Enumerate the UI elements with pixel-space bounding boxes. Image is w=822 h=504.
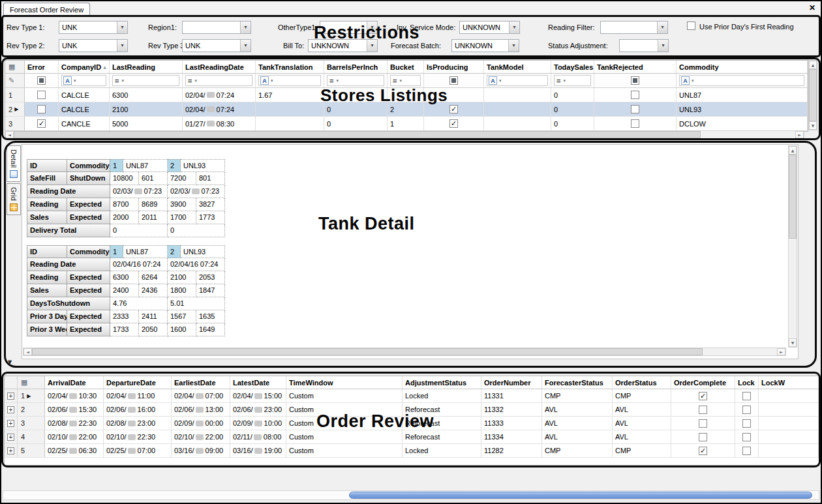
stores-corner-button[interactable]: ▦ [5,61,25,73]
stores-column-header-error[interactable]: Error [25,61,59,73]
stores-cell-barrelsPerInch[interactable]: 0 [324,117,388,130]
stores-cell-tankTranslation[interactable]: 1.67 [256,88,324,102]
use-prior-day-checkbox[interactable] [687,22,695,30]
status-adjustment-combo[interactable]: ▾ [619,39,669,52]
order-column-header-adjustmentStatus[interactable]: AdjustmentStatus [403,376,481,389]
filter-editor[interactable]: =▾ [327,75,384,86]
order-cell-orderStatus[interactable]: CMP [613,389,671,402]
chevron-down-icon[interactable]: ▾ [367,40,377,52]
order-cell-latest[interactable]: 03/16/19:00 [230,444,286,457]
filter-editor[interactable]: A▾ [258,75,321,86]
scroll-up-icon[interactable]: ▲ [789,146,797,155]
stores-filter-error[interactable] [25,74,59,87]
order-column-header-orderStatus[interactable]: OrderStatus [613,376,671,389]
order-cell-orderComplete[interactable]: ✓ [671,389,735,402]
order-row-1[interactable]: +1▶02/04/10:3002/04/11:0002/04/07:0002/0… [5,389,819,403]
stores-filter-tankModel[interactable]: A▾ [484,74,551,87]
order-cell-forecasterStatus[interactable]: AVL [542,417,613,430]
order-cell-departure[interactable]: 02/06/16:00 [104,403,172,416]
order-cell-orderStatus[interactable]: AVL [613,430,671,443]
order-cell-arrival[interactable]: 02/10/22:00 [45,430,104,443]
stores-cell-lastReading[interactable]: 2100 [110,102,183,116]
order-cell-earliest[interactable]: 02/10/22:00 [172,430,230,443]
rev-type-3-combo[interactable]: UNK ▾ [182,39,251,52]
tab-forecast-order-review[interactable]: Forecast Order Review [3,3,90,16]
order-cell-forecasterStatus[interactable]: CMP [542,389,613,402]
checkbox[interactable] [742,392,751,400]
stores-column-header-tankRejected[interactable]: TankRejected [594,61,677,73]
checkbox[interactable] [742,433,751,441]
stores-cell-bucket[interactable] [388,88,424,102]
stores-cell-tankModel[interactable] [484,117,551,130]
checkbox[interactable] [699,433,707,441]
order-cell-departure[interactable]: 02/04/11:00 [104,389,172,402]
indeterminate-checkbox[interactable] [37,76,46,85]
bottom-scrollbar[interactable] [3,490,819,500]
order-cell-lock[interactable] [735,403,759,416]
order-cell-orderStatus[interactable]: AVL [613,403,671,416]
stores-cell-tankTranslation[interactable] [256,117,324,130]
order-cell-timeWindow[interactable]: Custom [286,444,403,457]
order-cell-lockW[interactable] [759,417,819,430]
chevron-down-icon[interactable]: ▾ [367,22,377,33]
stores-column-header-lastReadingDate[interactable]: LastReadingDate [183,61,256,73]
order-cell-departure[interactable]: 02/08/23:00 [104,417,172,430]
filter-editor[interactable]: =▾ [112,75,179,86]
stores-row-1[interactable]: 1CALCLE630002/04/07:241.670UNL87 [5,88,808,102]
stores-column-header-tankModel[interactable]: TankModel [484,61,551,73]
chevron-down-icon[interactable]: ▾ [658,40,668,52]
region-1-combo[interactable]: ▾ [182,21,251,34]
order-cell-lock[interactable] [735,430,759,443]
stores-filter-barrelsPerInch[interactable]: =▾ [324,74,388,87]
stores-filter-lastReadingDate[interactable]: =▾ [183,74,256,87]
tab-detail[interactable]: Detail [7,145,21,182]
stores-column-header-todaySales[interactable]: TodaySales [551,61,594,73]
order-cell-adjustmentStatus[interactable]: Reforecast [403,403,481,416]
order-row-5[interactable]: +502/25/06:3002/25/07:0003/16/09:0003/16… [5,444,819,458]
order-cell-lock[interactable] [735,417,759,430]
scroll-left-icon[interactable]: ◄ [5,131,14,138]
order-column-header-earliest[interactable]: EarliestDate [172,376,230,389]
scrollbar-thumb[interactable] [32,348,703,355]
stores-cell-company[interactable]: CANCLE [59,117,110,130]
splitter-collapse-icon[interactable]: ▼ [8,359,12,365]
order-cell-orderStatus[interactable]: AVL [613,417,671,430]
stores-column-header-bucket[interactable]: Bucket [388,61,424,73]
order-cell-lock[interactable] [735,444,759,457]
scrollbar-thumb[interactable] [14,131,701,138]
stores-cell-commodity[interactable]: UNL93 [677,102,808,116]
order-cell-orderComplete[interactable]: ✓ [671,444,735,457]
chevron-down-icon[interactable]: ▾ [117,22,127,33]
stores-cell-company[interactable]: CALCLE [59,102,110,116]
order-cell-lockW[interactable] [759,444,819,457]
stores-cell-bucket[interactable]: 2 [388,102,424,116]
chevron-down-icon[interactable]: ▾ [657,22,667,33]
chevron-down-icon[interactable]: ▾ [240,40,251,52]
stores-cell-isProducing[interactable]: ✓ [424,117,484,130]
order-cell-orderComplete[interactable] [671,417,735,430]
order-cell-adjustmentStatus[interactable]: Reforecast [403,417,481,430]
order-cell-orderNumber[interactable]: 11333 [481,417,542,430]
checkbox[interactable] [699,406,707,414]
indeterminate-checkbox[interactable] [449,76,458,85]
filter-editor[interactable]: A▾ [61,75,106,86]
chevron-down-icon[interactable]: ▾ [240,22,251,33]
order-cell-earliest[interactable]: 02/09/00:00 [172,417,230,430]
stores-cell-lastReadingDate[interactable]: 02/04/07:24 [183,102,256,116]
scroll-right-icon[interactable]: ► [777,348,785,355]
order-cell-forecasterStatus[interactable]: CMP [542,444,613,457]
stores-cell-company[interactable]: CALCLE [59,88,110,102]
checkbox[interactable]: ✓ [449,119,458,128]
order-column-header-orderNumber[interactable]: OrderNumber [481,376,542,389]
stores-filter-company[interactable]: A▾ [59,74,110,87]
order-cell-lock[interactable] [735,389,759,402]
tab-grid[interactable]: Grid [7,183,21,215]
scrollbar-track[interactable] [701,131,795,138]
bill-to-combo[interactable]: UNKNOWN ▾ [308,39,378,52]
order-column-header-arrival[interactable]: ArrivalDate [45,376,104,389]
rev-type-2-combo[interactable]: UNK ▾ [59,39,128,52]
order-cell-orderNumber[interactable]: 11331 [481,389,542,402]
filter-editor[interactable]: A▾ [679,75,804,86]
scroll-right-icon[interactable]: ► [795,131,804,138]
reading-filter-combo[interactable]: ▾ [600,21,668,34]
